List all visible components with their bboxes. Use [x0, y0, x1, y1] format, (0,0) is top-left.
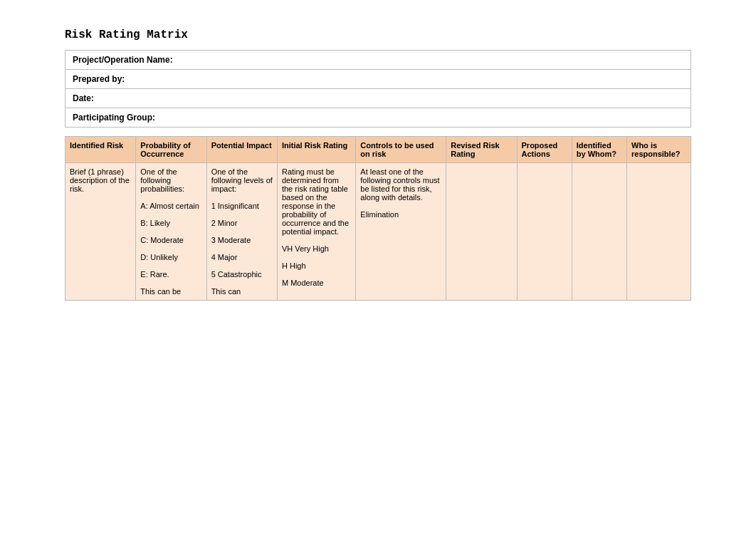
impact-4: 4 Major [211, 253, 238, 261]
header-identified-by: Identified by Whom? [572, 137, 626, 163]
prob-c: C: Moderate [140, 236, 184, 244]
impact-intro: One of the following levels of impact: [211, 167, 273, 193]
rating-vh: VH Very High [282, 244, 329, 253]
page: Risk Rating Matrix Project/Operation Nam… [0, 0, 756, 535]
header-proposed-actions: Proposed Actions [517, 137, 572, 163]
cell-revised-risk [446, 163, 517, 301]
cell-who-responsible [627, 163, 691, 301]
impact-1: 1 Insignificant [211, 202, 259, 210]
main-table: Identified Risk Probability of Occurrenc… [65, 136, 691, 301]
impact-3: 3 Moderate [211, 236, 251, 244]
initial-text: Rating must be determined from the risk … [282, 167, 349, 236]
probability-text: One of the following probabilities: [140, 167, 184, 193]
meta-label-prepared: Prepared by: [65, 70, 691, 89]
impact-5: 5 Catastrophic [211, 270, 262, 279]
meta-label-group: Participating Group: [65, 108, 691, 128]
prob-d: D: Unlikely [140, 253, 178, 261]
container: Risk Rating Matrix Project/Operation Nam… [65, 28, 691, 301]
header-row: Identified Risk Probability of Occurrenc… [65, 137, 691, 163]
cell-identified-risk: Brief (1 phrase) description of the risk… [65, 163, 136, 301]
meta-row-group: Participating Group: [65, 108, 691, 128]
cell-controls: At least one of the following controls m… [356, 163, 446, 301]
page-title: Risk Rating Matrix [65, 28, 691, 41]
header-identified-risk: Identified Risk [65, 137, 136, 163]
meta-row-date: Date: [65, 89, 691, 108]
meta-label-project: Project/Operation Name: [65, 51, 691, 70]
impact-note: This can [211, 287, 241, 296]
rating-h: H High [282, 261, 306, 270]
control-elimination: Elimination [360, 210, 399, 219]
cell-proposed-actions [517, 163, 572, 301]
rating-m: M Moderate [282, 279, 324, 287]
header-revised-risk: Revised Risk Rating [446, 137, 517, 163]
controls-intro: At least one of the following controls m… [360, 167, 439, 202]
header-probability: Probability of Occurrence [136, 137, 206, 163]
header-potential-impact: Potential Impact [206, 137, 277, 163]
prob-b: B: Likely [140, 219, 170, 227]
meta-table: Project/Operation Name: Prepared by: Dat… [65, 50, 691, 128]
meta-label-date: Date: [65, 89, 691, 108]
prob-a: A: Almost certain [140, 202, 199, 210]
cell-initial-risk: Rating must be determined from the risk … [277, 163, 355, 301]
header-controls: Controls to be used on risk [356, 137, 446, 163]
table-row: Brief (1 phrase) description of the risk… [65, 163, 691, 301]
prob-e: E: Rare. [140, 270, 169, 279]
header-who-responsible: Who is responsible? [627, 137, 691, 163]
cell-probability: One of the following probabilities: A: A… [136, 163, 206, 301]
impact-2: 2 Minor [211, 219, 238, 227]
meta-row-project: Project/Operation Name: [65, 51, 691, 70]
cell-identified-by [572, 163, 626, 301]
prob-note: This can be [140, 287, 181, 296]
cell-potential-impact: One of the following levels of impact: 1… [206, 163, 277, 301]
meta-row-prepared: Prepared by: [65, 70, 691, 89]
header-initial-risk: Initial Risk Rating [277, 137, 355, 163]
